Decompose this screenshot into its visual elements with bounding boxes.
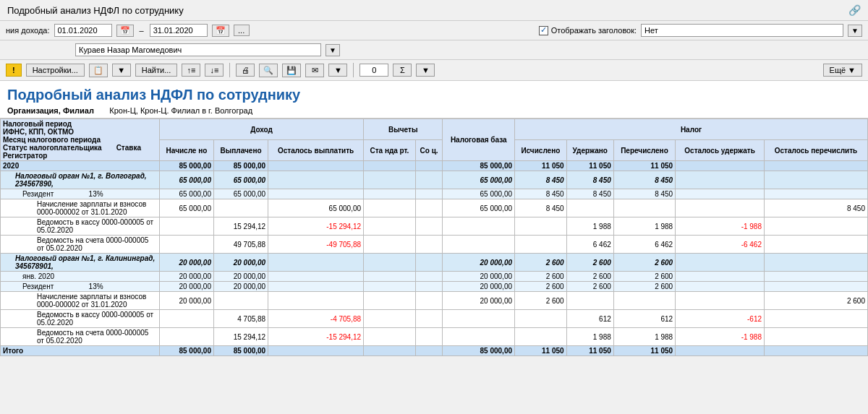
- th-tax-held: Удержано: [566, 140, 613, 161]
- ellipsis-btn[interactable]: ...: [234, 25, 250, 36]
- th-taxbase: Налоговая база: [443, 119, 515, 161]
- header-dropdown-arrow[interactable]: ▼: [848, 25, 862, 37]
- toolbar-row-3: ! Настройки... 📋 ▼ Найти... ↑≡ ↓≡ 🖨 🔍 💾 …: [0, 60, 868, 81]
- copy-btn[interactable]: 📋: [89, 64, 108, 77]
- link-icon[interactable]: 🔗: [848, 4, 861, 16]
- th-remain-pay: Осталось выплатить: [268, 140, 364, 161]
- sort-desc-btn[interactable]: ↓≡: [205, 64, 224, 77]
- yellow-btn[interactable]: !: [6, 64, 22, 77]
- th-paid: Выплачено: [213, 140, 268, 161]
- th-standard: Ста нда рт.: [364, 140, 416, 161]
- separator-2: [353, 63, 354, 77]
- th-tax-calc: Исчислено: [515, 140, 567, 161]
- copy-arrow-btn[interactable]: ▼: [112, 64, 131, 77]
- th-remain-transf: Осталось перечислить: [765, 140, 868, 161]
- date-from-input[interactable]: [54, 24, 112, 37]
- date-from-calendar-btn[interactable]: 📅: [116, 25, 134, 37]
- more-btn[interactable]: Ещё ▼: [823, 64, 862, 77]
- separator-1: [229, 63, 230, 77]
- data-table: Налоговый период ИФНС, КПП, ОКТМО Месяц …: [0, 118, 868, 356]
- th-tax-transf: Перечислено: [613, 140, 675, 161]
- th-social: Со ц.: [415, 140, 443, 161]
- header-dropdown[interactable]: [641, 24, 843, 37]
- table-row: Резидент 13%20 000,0020 000,0020 000,002…: [1, 282, 868, 292]
- th-period: Налоговый период ИФНС, КПП, ОКТМО Месяц …: [1, 119, 160, 161]
- email-btn[interactable]: ✉: [305, 64, 324, 77]
- num-input[interactable]: [359, 64, 388, 77]
- email-arrow-btn[interactable]: ▼: [328, 64, 347, 77]
- table-row: Ведомость в кассу 0000-000005 от 05.02.2…: [1, 310, 868, 328]
- sigma-btn[interactable]: Σ: [393, 64, 412, 77]
- th-accrued: Начисле но: [160, 140, 214, 161]
- title-bar: Подробный анализ НДФЛ по сотруднику 🔗: [0, 0, 868, 21]
- sort-asc-btn[interactable]: ↑≡: [182, 64, 200, 77]
- th-tax-group: Налог: [515, 119, 868, 140]
- table-row: Налоговый орган №1, г. Калининград, 3456…: [1, 254, 868, 272]
- window-title: Подробный анализ НДФЛ по сотруднику: [7, 5, 184, 16]
- table-row: Начисление зарплаты и взносов 0000-00000…: [1, 292, 868, 310]
- date-to-calendar-btn[interactable]: 📅: [212, 25, 229, 37]
- date-to-input[interactable]: [150, 24, 208, 37]
- th-remain-hold: Осталось удержать: [676, 140, 765, 161]
- settings-btn[interactable]: Настройки...: [26, 64, 85, 77]
- org-value: Крон-Ц, Крон-Ц. Филиал в г. Волгоград: [109, 106, 252, 115]
- sigma-arrow-btn[interactable]: ▼: [416, 64, 435, 77]
- table-row: Начисление зарплаты и взносов 0000-00000…: [1, 199, 868, 217]
- print-btn[interactable]: 🖨: [236, 64, 255, 77]
- report-title: Подробный анализ НДФЛ по сотруднику: [7, 87, 861, 103]
- preview-btn[interactable]: 🔍: [259, 64, 278, 77]
- toolbar-row-1: ния дохода: 📅 – 📅 ... Отображать заголов…: [0, 21, 868, 40]
- employee-input[interactable]: [75, 43, 321, 56]
- show-header-checkbox-label: Отображать заголовок:: [539, 26, 637, 35]
- org-label: Организация, Филиал: [7, 106, 94, 115]
- table-row: Резидент 13%65 000,0065 000,0065 000,008…: [1, 189, 868, 199]
- save-btn[interactable]: 💾: [282, 64, 301, 77]
- report-subtitle: Организация, Филиал Крон-Ц, Крон-Ц. Фили…: [7, 106, 861, 115]
- table-row: Налоговый орган №1, г. Волгоград, 234567…: [1, 171, 868, 189]
- table-row: янв. 202020 000,0020 000,0020 000,002 60…: [1, 272, 868, 282]
- table-row: Итого85 000,0085 000,0085 000,0011 05011…: [1, 346, 868, 356]
- income-label: ния дохода:: [6, 26, 50, 35]
- show-header-label: Отображать заголовок:: [551, 26, 637, 35]
- show-header-checkbox[interactable]: [539, 26, 548, 35]
- table-row: Ведомость на счета 0000-000005 от 05.02.…: [1, 236, 868, 254]
- table-row: 202085 000,0085 000,0085 000,0011 05011 …: [1, 161, 868, 171]
- report-header: Подробный анализ НДФЛ по сотруднику Орга…: [0, 81, 868, 118]
- th-income-group: Доход: [160, 119, 364, 140]
- table-row: Ведомость в кассу 0000-000005 от 05.02.2…: [1, 217, 868, 236]
- find-btn[interactable]: Найти...: [135, 64, 178, 77]
- employee-dropdown-arrow[interactable]: ▼: [326, 44, 340, 56]
- toolbar-row-2: ▼: [0, 40, 868, 60]
- th-deductions-group: Вычеты: [364, 119, 443, 140]
- table-row: Ведомость на счета 0000-000005 от 05.02.…: [1, 328, 868, 346]
